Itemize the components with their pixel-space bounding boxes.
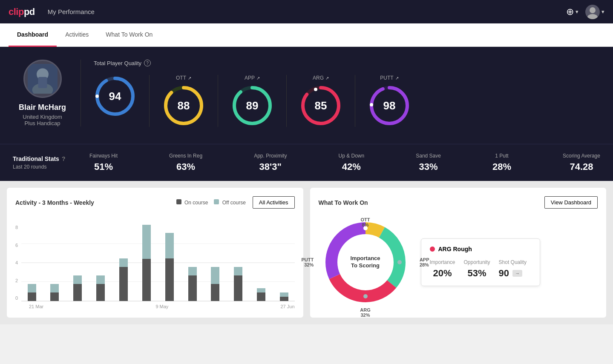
label-app: APP 28% (420, 257, 429, 267)
app-circle: 89 (231, 84, 273, 127)
putt-circle: 98 (368, 84, 411, 127)
view-dashboard-button[interactable]: View Dashboard (544, 196, 598, 209)
ott-value: 88 (178, 99, 190, 112)
tab-bar: Dashboard Activities What To Work On (0, 23, 613, 47)
wtwo-header: What To Work On View Dashboard (319, 196, 598, 209)
donut-container: ImportanceTo Scoring OTT 8% APP 28% ARG … (319, 215, 412, 309)
tab-dashboard[interactable]: Dashboard (9, 23, 57, 47)
stats-subtitle: Last 20 rounds (13, 164, 89, 170)
donut-center: ImportanceTo Scoring (350, 255, 380, 269)
stat-1-putt: 1 Putt 28% (492, 153, 511, 172)
bar-off-course (234, 267, 242, 275)
player-country: United Kingdom (23, 114, 62, 120)
user-chevron: ▾ (601, 9, 604, 15)
bar-off-course (119, 258, 128, 267)
bar-off-course (211, 267, 219, 284)
svg-point-1 (587, 14, 598, 19)
score-arg: ARG ↗ 85 (287, 75, 355, 127)
activity-panel: Activity - 3 Months - Weekly On course O… (7, 188, 303, 318)
stat-app-proximity: App. Proximity 38'3" (254, 153, 287, 172)
bar-off-course (188, 267, 197, 275)
metric-importance: Importance 20% (430, 259, 455, 279)
bar-group (251, 225, 272, 301)
ott-circle: 88 (162, 84, 205, 127)
score-app: APP ↗ 89 (218, 75, 287, 127)
legend-dot-on-course (176, 199, 181, 204)
info-card-title: ARG Rough (430, 246, 531, 252)
svg-point-24 (397, 260, 402, 264)
stat-greens-in-reg: Greens In Reg 63% (169, 153, 202, 172)
bar-on-course (165, 258, 174, 301)
bar-group (205, 225, 226, 301)
bar-on-course (73, 284, 82, 301)
chart-legend: On course Off course (176, 199, 246, 206)
user-menu[interactable]: ▾ (585, 5, 604, 19)
bar-on-course (188, 275, 197, 301)
header-actions: ⊕ ▾ ▾ (566, 5, 604, 19)
bar-group (159, 225, 180, 301)
info-card-dot (430, 246, 435, 252)
header: clippd My Performance ⊕ ▾ ▾ (0, 0, 613, 23)
bar-off-course (280, 292, 288, 297)
bar-on-course (28, 292, 36, 301)
panels: Activity - 3 Months - Weekly On course O… (0, 181, 613, 324)
chart-area: 8 6 4 2 0 21 Mar 9 May 27 Jun (15, 215, 295, 309)
bar-on-course (142, 259, 151, 301)
hero-section: Blair McHarg United Kingdom Plus Handica… (0, 47, 613, 144)
bar-group (113, 225, 134, 301)
bar-off-course (165, 233, 174, 258)
legend-off-course: Off course (214, 199, 245, 206)
all-activities-button[interactable]: All Activities (253, 196, 295, 209)
x-labels: 21 Mar 9 May 27 Jun (15, 304, 295, 309)
tpq-value: 94 (109, 90, 121, 103)
add-chevron: ▾ (576, 9, 578, 15)
stats-bar: Traditional Stats ? Last 20 rounds Fairw… (0, 144, 613, 181)
score-tpq: 94 (94, 75, 150, 127)
tab-what-to-work-on[interactable]: What To Work On (97, 23, 161, 47)
legend-on-course: On course (176, 199, 208, 206)
tpq-info-icon[interactable]: ? (144, 60, 151, 66)
shot-quality-badge: → (512, 270, 522, 277)
ott-label: OTT ↗ (176, 75, 191, 81)
tab-activities[interactable]: Activities (57, 23, 97, 47)
bar-group (90, 225, 111, 301)
putt-label: PUTT ↗ (380, 75, 398, 81)
wtwo-content: ImportanceTo Scoring OTT 8% APP 28% ARG … (319, 215, 598, 309)
bar-group (136, 225, 157, 301)
bar-group (228, 225, 249, 301)
logo-text: clippd (9, 6, 35, 17)
avatar (585, 5, 600, 19)
scores-label: Total Player Quality ? (94, 60, 600, 66)
scores-section: Total Player Quality ? 94 (94, 60, 600, 127)
tpq-circle: 94 (94, 75, 136, 118)
bar-off-course (96, 275, 105, 284)
score-putt: PUTT ↗ 98 (355, 75, 423, 127)
arg-circle: 85 (299, 84, 342, 127)
wtwo-title: What To Work On (319, 199, 368, 206)
bar-off-course (73, 275, 82, 284)
add-button[interactable]: ⊕ ▾ (566, 6, 578, 17)
bars-container (21, 225, 294, 301)
putt-value: 98 (383, 99, 396, 112)
info-card: ARG Rough Importance 20% Opportunity 53%… (421, 238, 540, 286)
player-card: Blair McHarg United Kingdom Plus Handica… (13, 60, 81, 126)
svg-point-25 (363, 294, 368, 298)
svg-point-18 (370, 103, 373, 106)
arg-value: 85 (315, 99, 327, 112)
stats-info-icon[interactable]: ? (62, 155, 66, 162)
bar-on-course (280, 297, 288, 301)
app-label: APP ↗ (245, 75, 260, 81)
add-icon: ⊕ (566, 6, 574, 17)
svg-rect-5 (38, 77, 47, 88)
stat-fairways-hit: Fairways Hit 51% (89, 153, 118, 172)
legend-dot-off-course (214, 199, 219, 204)
player-avatar (23, 60, 62, 98)
scores-grid: 94 OTT ↗ 88 (94, 75, 600, 127)
label-ott: OTT 8% (361, 217, 370, 227)
score-ott: OTT ↗ 88 (150, 75, 218, 127)
stats-items: Fairways Hit 51% Greens In Reg 63% App. … (89, 153, 600, 172)
wtwo-panel: What To Work On View Dashboard (310, 188, 607, 318)
chart-header: Activity - 3 Months - Weekly On course O… (15, 196, 295, 209)
header-title: My Performance (48, 8, 566, 15)
bar-on-course (257, 292, 265, 301)
